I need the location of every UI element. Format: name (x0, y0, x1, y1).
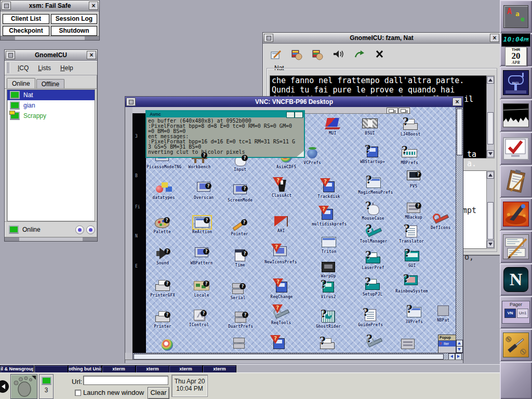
workbench-icon[interactable]: MagicMenuPrefs (358, 177, 389, 195)
compose-icon[interactable] (270, 49, 283, 60)
workbench-icon[interactable]: PVS (398, 170, 429, 189)
scroll-thumb[interactable] (487, 202, 494, 240)
workbench-icon[interactable]: Translator (396, 225, 427, 244)
scroll-down-icon[interactable] (487, 150, 494, 157)
dock-empty-slot[interactable] (500, 362, 532, 399)
contact-row[interactable]: gian (7, 100, 95, 111)
close-icon[interactable]: × (89, 2, 98, 10)
avnc-console-window[interactable]: Avnc eo buffer (640x480x8) at 0952b000:P… (145, 110, 305, 158)
xsm-button[interactable]: Session Log (51, 14, 97, 24)
scroll-down-icon[interactable] (456, 346, 463, 353)
tasklist-applet[interactable]: 3 (39, 374, 54, 399)
url-input[interactable] (83, 376, 168, 385)
screen-depth-icon[interactable] (387, 108, 398, 114)
dock-mail-compose[interactable] (500, 231, 532, 263)
workbench-icon[interactable] (152, 339, 183, 353)
workbench-icon[interactable]: Overscan (188, 182, 219, 200)
xsm-button[interactable]: Checkpoint (3, 26, 49, 36)
workbench-icon[interactable]: LaserPref (357, 252, 389, 270)
forward-icon[interactable] (353, 49, 366, 60)
dock-system-monitor[interactable] (500, 99, 532, 131)
dock-check-tool[interactable] (500, 132, 532, 165)
close-icon[interactable]: × (87, 51, 96, 59)
workbench-icon[interactable]: NBPat (428, 304, 456, 323)
workbench-icon[interactable]: SetupPJL (357, 278, 388, 297)
gnome-menu-button[interactable] (10, 374, 37, 399)
tab-offline[interactable]: Offline (36, 79, 64, 88)
workbench-icon[interactable]: PrinterGFX (147, 280, 178, 298)
dock-pager[interactable]: Pager VN Un1 (500, 296, 532, 328)
workbench-icon[interactable]: RainbowSystem (395, 275, 427, 294)
clear-button[interactable]: Clear (148, 387, 169, 399)
window-menu-icon[interactable] (6, 51, 15, 59)
workbench-icon[interactable]: Virus2 (313, 281, 344, 299)
zoom-gadget-icon[interactable] (286, 112, 295, 118)
workbench-icon[interactable] (263, 338, 295, 351)
workbench-icon[interactable]: 3VPrefs (398, 306, 430, 324)
scroll-thumb[interactable] (134, 354, 444, 360)
workbench-icon[interactable]: Serial (222, 282, 254, 300)
workbench-icon[interactable]: GUI (396, 250, 428, 268)
taskbar-window-button[interactable]: xterm (136, 365, 169, 373)
status-round-button-1[interactable] (75, 225, 84, 234)
xsm-titlebar[interactable]: xsm: Fail Safe × (1, 1, 99, 11)
workbench-icon[interactable]: MouseCase (357, 203, 389, 221)
workbench-icon[interactable]: Trackdisk (313, 181, 344, 199)
workbench-icon[interactable]: Pointer (224, 218, 255, 236)
scroll-up-icon[interactable] (487, 76, 494, 84)
status-round-button-2[interactable] (86, 225, 95, 234)
compose-scrollbar[interactable] (486, 170, 495, 249)
vnc-titlebar[interactable]: VNC: VNCFB-P96 Desktop × (125, 97, 463, 108)
menu-help[interactable]: Help (60, 64, 73, 72)
close-icon[interactable]: × (490, 34, 499, 42)
popup-item[interactable]: Iter (438, 341, 456, 347)
workbench-icon[interactable]: WarpUp (313, 260, 344, 278)
workbench-icon[interactable]: Printer (147, 311, 178, 329)
taskbar-window-button[interactable]: xterm (169, 365, 203, 373)
dock-setup-tool[interactable] (500, 329, 532, 361)
workbench-icon[interactable]: ToolManager (358, 225, 389, 244)
pager-desk[interactable]: Un1 (517, 309, 528, 318)
workbench-icon[interactable]: Triton (313, 236, 344, 254)
workbench-icon[interactable]: BSUI (354, 117, 385, 136)
workbench-icon[interactable]: MBackup (398, 202, 429, 220)
workbench-icon[interactable]: Locale (186, 280, 217, 298)
workbench-icon[interactable]: ScreenMode (224, 184, 256, 203)
workbench-icon[interactable]: Time (224, 249, 256, 268)
gnomeicu-titlebar[interactable]: GnomeICU × (5, 50, 97, 61)
workbench-icon[interactable]: Palette (147, 216, 178, 234)
workbench-icon[interactable]: ReAction (187, 216, 218, 234)
xsm-button[interactable]: Client List (3, 14, 49, 24)
panel-hide-button[interactable] (0, 380, 9, 393)
workbench-icon[interactable]: GhostRider (313, 311, 344, 329)
resize-handle[interactable] (5, 237, 97, 241)
workbench-icon[interactable]: DuartPrefs (225, 311, 256, 329)
contact-row[interactable]: Scrappy (7, 111, 95, 121)
screen-front-icon[interactable] (398, 108, 410, 114)
sound-icon[interactable] (332, 49, 345, 60)
dock-mail-monitor[interactable]: MAIL (500, 66, 532, 99)
close-chat-icon[interactable] (374, 49, 387, 60)
taskbar-window-button[interactable]: othing but Unix (68, 365, 102, 373)
dock-asclock[interactable]: 10:04PM THR 20 APR (500, 33, 532, 66)
online-status-icon[interactable] (9, 225, 19, 234)
window-menu-icon[interactable] (264, 34, 273, 42)
close-icon[interactable]: × (453, 98, 462, 106)
window-menu-icon[interactable] (2, 2, 11, 10)
workbench-icon[interactable] (358, 336, 390, 349)
launch-checkbox[interactable] (75, 390, 81, 396)
dock-clipboard-tool[interactable] (500, 165, 532, 197)
vnc-vertical-scrollbar[interactable] (456, 107, 463, 354)
clock-applet[interactable]: Thu Apr 20 10:04 PM (171, 375, 208, 397)
workbench-icon[interactable]: DefIcons (425, 212, 456, 230)
workbench-icon[interactable]: WBPattern (186, 247, 217, 265)
workbench-icon[interactable]: ReqTools (265, 307, 297, 325)
workbench-icon[interactable] (223, 337, 255, 350)
window-menu-icon[interactable] (126, 98, 136, 106)
console-resize-icon[interactable] (297, 151, 304, 157)
scroll-thumb[interactable] (457, 109, 462, 155)
resize-handle[interactable] (1, 36, 99, 40)
workbench-icon[interactable]: GuidePrefs (355, 309, 386, 327)
workbench-icon[interactable]: LJ4Boost (395, 118, 426, 137)
workbench-icon[interactable]: Sound (147, 247, 178, 265)
